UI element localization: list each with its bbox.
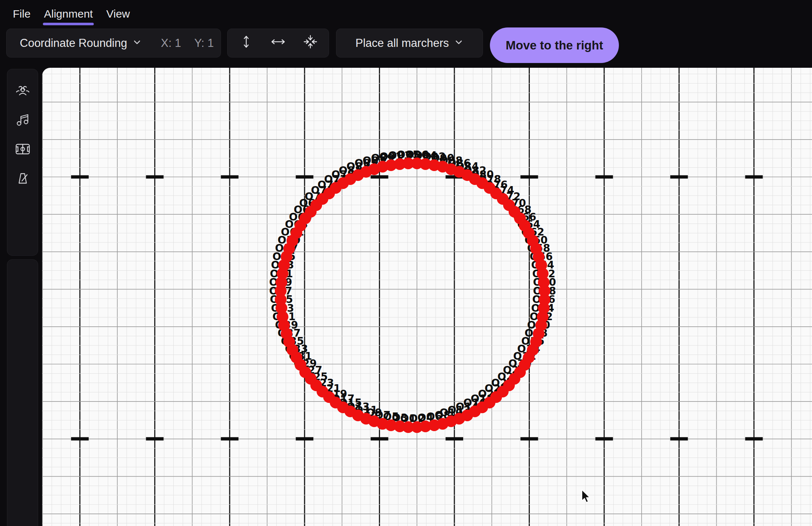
coordinate-rounding-dropdown[interactable]: Coordinate Rounding <box>20 37 142 50</box>
place-all-marchers-dropdown[interactable]: Place all marchers <box>355 37 464 50</box>
chevron-down-icon <box>132 37 142 50</box>
menu-file[interactable]: File <box>13 7 30 21</box>
coordinate-rounding-panel: Coordinate Rounding X: 1 Y: 1 <box>6 29 221 58</box>
alignment-tools-panel <box>227 29 329 58</box>
chevron-down-icon <box>454 37 464 50</box>
field-svg[interactable]: O1O2O3O4O5O6O7O8O9O10O11O12O13O14O15O16O… <box>42 68 812 526</box>
horizontal-arrows-icon <box>270 36 286 51</box>
y-rounding-readout[interactable]: Y: 1 <box>194 37 214 50</box>
collapse-center-icon <box>303 34 318 52</box>
sidebar-marchers-button[interactable] <box>15 83 31 99</box>
music-note-icon <box>16 113 30 128</box>
sidebar-field-button[interactable] <box>15 142 31 158</box>
field-canvas[interactable]: O1O2O3O4O5O6O7O8O9O10O11O12O13O14O15O16O… <box>42 68 812 526</box>
field-icon <box>15 143 30 157</box>
vertical-align-button[interactable] <box>233 30 260 56</box>
sidebar-tools-panel <box>7 69 38 256</box>
x-rounding-readout[interactable]: X: 1 <box>161 37 181 50</box>
place-all-marchers-label: Place all marchers <box>355 37 449 50</box>
menu-view[interactable]: View <box>106 7 130 21</box>
menu-bar: File Alignment View <box>0 0 812 28</box>
horizontal-align-button[interactable] <box>265 30 292 56</box>
active-tab-underline <box>43 23 94 25</box>
marcher-O96[interactable] <box>411 158 423 169</box>
coordinate-rounding-label: Coordinate Rounding <box>20 37 127 50</box>
menu-alignment[interactable]: Alignment <box>44 7 93 21</box>
sidebar-lower-panel <box>7 259 38 526</box>
toolbar: Coordinate Rounding X: 1 Y: 1 <box>0 28 812 67</box>
move-to-the-right-button[interactable]: Move to the right <box>490 27 619 63</box>
place-all-marchers-panel: Place all marchers <box>336 29 483 58</box>
sidebar-music-button[interactable] <box>15 112 31 129</box>
sidebar-metronome-button[interactable] <box>15 171 31 187</box>
collapse-center-button[interactable] <box>297 30 324 56</box>
marchers-group-icon <box>15 84 30 99</box>
metronome-icon <box>16 171 30 187</box>
vertical-arrows-icon <box>240 35 252 52</box>
sidebar <box>0 67 42 526</box>
